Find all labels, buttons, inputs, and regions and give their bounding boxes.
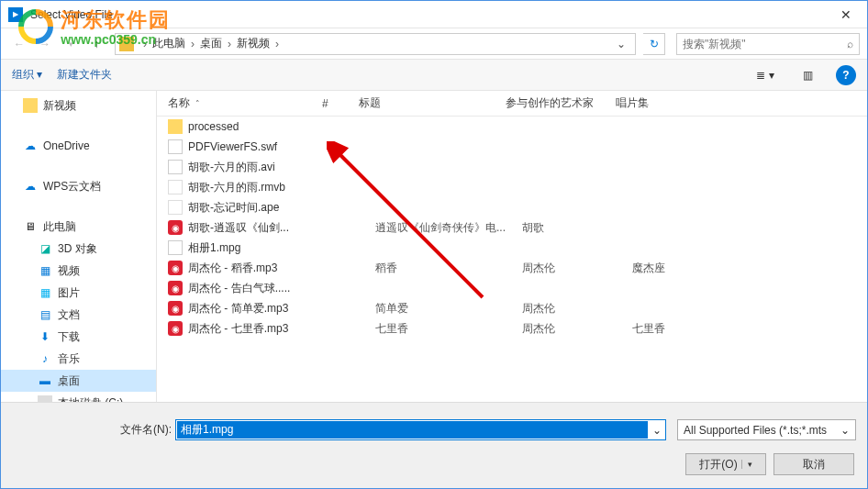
file-album: 七里香: [632, 321, 724, 337]
chevron-right-icon: ›: [143, 38, 147, 50]
chevron-down-icon[interactable]: ⌄: [649, 424, 665, 437]
file-row[interactable]: processed: [157, 117, 867, 137]
breadcrumb-segment[interactable]: 桌面: [200, 36, 222, 51]
file-pane: 名称˄ # 标题 参与创作的艺术家 唱片集 processedPDFViewer…: [157, 91, 867, 430]
file-title: 简单爱: [375, 301, 522, 317]
open-button[interactable]: 打开(O)▾: [685, 453, 766, 475]
filetype-filter[interactable]: All Supported Files (*.ts;*.mts ⌄: [677, 419, 856, 440]
back-button[interactable]: ←: [8, 33, 30, 55]
file-red-icon: ◉: [168, 261, 183, 275]
sidebar-item-label: WPS云文档: [43, 179, 101, 194]
sidebar-item-label: 新视频: [43, 98, 76, 114]
folder-icon: [119, 37, 134, 51]
filename-label: 文件名(N):: [113, 422, 172, 438]
file-artist: 胡歌: [522, 220, 632, 236]
sidebar-item-label: 下载: [58, 329, 80, 345]
file-row[interactable]: PDFViewerFS.swf: [157, 137, 867, 157]
sidebar-item-label: 此电脑: [43, 219, 76, 235]
file-row[interactable]: 胡歌-六月的雨.avi: [157, 157, 867, 177]
sidebar-item-onedrive[interactable]: ☁OneDrive: [1, 135, 156, 157]
sidebar: 新视频☁OneDrive☁WPS云文档🖥此电脑◪3D 对象▦视频▦图片▤文档⬇下…: [1, 91, 157, 430]
filename-combo[interactable]: 相册1.mpg ⌄: [175, 419, 666, 440]
sidebar-item-music[interactable]: ♪音乐: [1, 348, 156, 370]
recent-dropdown[interactable]: ▾: [60, 33, 82, 55]
chevron-right-icon: ›: [275, 38, 279, 50]
window-title: Select Video File: [30, 8, 825, 21]
header-num[interactable]: #: [322, 97, 359, 110]
file-name: 周杰伦 - 告白气球.....: [188, 281, 339, 296]
chevron-down-icon[interactable]: ⌄: [840, 424, 850, 437]
file-album: 魔杰座: [632, 261, 724, 276]
new-folder-button[interactable]: 新建文件夹: [57, 67, 112, 83]
file-row[interactable]: 胡歌-六月的雨.rmvb: [157, 177, 867, 197]
file-row[interactable]: 相册1.mpg: [157, 238, 867, 258]
toolbar: 组织 ▾ 新建文件夹 ≣ ▾ ▥ ?: [1, 60, 867, 91]
folder-icon: [23, 98, 38, 113]
file-name: PDFViewerFS.swf: [188, 140, 339, 153]
down-icon: ⬇: [38, 329, 52, 344]
sidebar-item-docs[interactable]: ▤文档: [1, 304, 156, 326]
file-blank-icon: [168, 200, 183, 215]
view-mode-button[interactable]: ≣ ▾: [751, 65, 779, 85]
file-row[interactable]: ◉周杰伦 - 稻香.mp3稻香周杰伦魔杰座: [157, 258, 867, 278]
split-dropdown-icon[interactable]: ▾: [741, 460, 752, 469]
refresh-button[interactable]: ↻: [643, 33, 665, 55]
sidebar-item-label: 桌面: [58, 373, 80, 389]
search-box[interactable]: ⌕: [676, 33, 860, 55]
filter-label: All Supported Files (*.ts;*.mts: [684, 424, 827, 437]
file-name: 相册1.mpg: [188, 240, 339, 256]
breadcrumb[interactable]: › 此电脑 › 桌面 › 新视频 › ⌄: [115, 33, 636, 55]
sidebar-item-label: 视频: [58, 263, 80, 279]
sidebar-item-pics[interactable]: ▦图片: [1, 282, 156, 304]
file-name: 胡歌-忘记时间.ape: [188, 200, 339, 216]
sidebar-item-folder[interactable]: 新视频: [1, 94, 156, 117]
file-row[interactable]: ◉周杰伦 - 简单爱.mp3简单爱周杰伦: [157, 298, 867, 318]
file-name: 胡歌-六月的雨.rmvb: [188, 180, 339, 195]
file-title: 稻香: [375, 261, 522, 276]
sidebar-item-label: 文档: [58, 307, 80, 323]
file-title: 七里香: [375, 321, 522, 337]
sidebar-item-video[interactable]: ▦视频: [1, 260, 156, 282]
sidebar-item-wps[interactable]: ☁WPS云文档: [1, 175, 156, 197]
cancel-button[interactable]: 取消: [773, 453, 854, 475]
music-icon: ♪: [38, 351, 52, 366]
help-button[interactable]: ?: [836, 65, 856, 85]
file-red-icon: ◉: [168, 220, 183, 235]
up-button[interactable]: ↑: [85, 33, 107, 55]
search-input[interactable]: [683, 38, 847, 50]
preview-pane-button[interactable]: ▥: [794, 65, 821, 85]
header-album[interactable]: 唱片集: [616, 95, 707, 111]
header-name[interactable]: 名称˄: [157, 95, 322, 111]
file-name: 胡歌-逍遥叹《仙剑...: [188, 220, 339, 236]
sidebar-item-down[interactable]: ⬇下载: [1, 326, 156, 348]
pc-icon: 🖥: [23, 219, 38, 234]
file-row[interactable]: ◉周杰伦 - 告白气球.....: [157, 278, 867, 298]
file-row[interactable]: ◉周杰伦 - 七里香.mp3七里香周杰伦七里香: [157, 318, 867, 339]
file-name: 周杰伦 - 稻香.mp3: [188, 261, 339, 276]
file-name: processed: [188, 120, 339, 133]
close-button[interactable]: ✕: [825, 1, 867, 28]
file-red-icon: ◉: [168, 301, 183, 316]
sidebar-item-obj3d[interactable]: ◪3D 对象: [1, 238, 156, 260]
organize-menu[interactable]: 组织 ▾: [12, 67, 42, 83]
sidebar-item-label: 图片: [58, 285, 80, 301]
header-title[interactable]: 标题: [359, 95, 506, 111]
filename-value[interactable]: 相册1.mpg: [177, 421, 648, 439]
file-row[interactable]: 胡歌-忘记时间.ape: [157, 197, 867, 217]
app-icon: [8, 7, 23, 22]
forward-button[interactable]: →: [34, 33, 56, 55]
file-folder-icon: [168, 119, 183, 134]
chevron-right-icon: ›: [228, 38, 231, 50]
file-artist: 周杰伦: [522, 301, 632, 317]
header-artist[interactable]: 参与创作的艺术家: [506, 95, 616, 111]
desktop-icon: ▬: [38, 373, 52, 388]
breadcrumb-segment[interactable]: 此电脑: [152, 36, 185, 51]
sidebar-item-desktop[interactable]: ▬桌面: [1, 370, 156, 392]
search-icon[interactable]: ⌕: [847, 38, 853, 50]
sidebar-item-pc[interactable]: 🖥此电脑: [1, 216, 156, 238]
wps-icon: ☁: [23, 179, 38, 194]
breadcrumb-segment[interactable]: 新视频: [237, 36, 270, 51]
breadcrumb-dropdown[interactable]: ⌄: [611, 38, 631, 50]
file-row[interactable]: ◉胡歌-逍遥叹《仙剑...逍遥叹《仙剑奇侠传》电...胡歌: [157, 217, 867, 238]
docs-icon: ▤: [38, 307, 52, 322]
